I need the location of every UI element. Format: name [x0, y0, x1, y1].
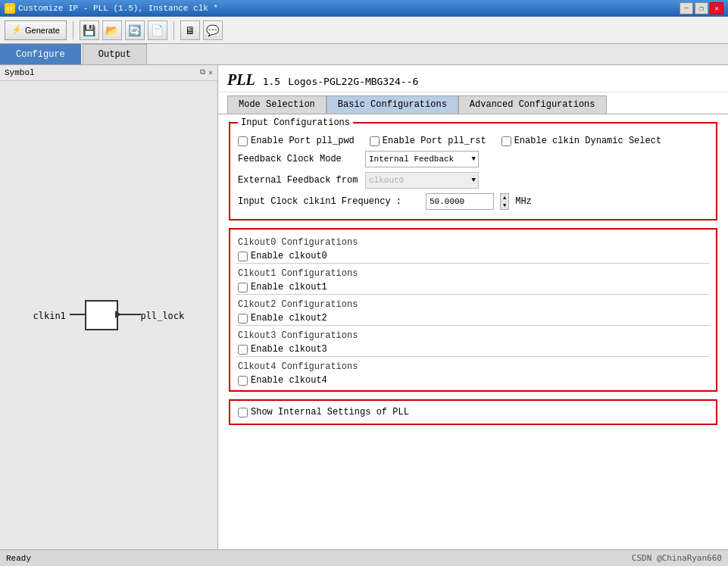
document-button[interactable]: 📄 [148, 20, 167, 40]
toolbar-separator [73, 21, 73, 39]
enable-clkin-dynamic-item: Enable clkin Dynamic Select [501, 136, 661, 146]
right-panel: PLL 1.5 Logos-PGL22G-MBG324--6 Mode Sele… [218, 65, 728, 549]
input-clock-freq-input[interactable] [426, 193, 494, 210]
window-controls: — ❐ ✕ [680, 2, 723, 14]
enable-clkin-dynamic-label: Enable clkin Dynamic Select [514, 136, 661, 146]
enable-clkout4-checkbox[interactable] [238, 376, 248, 386]
title-bar: IP Customize IP - PLL (1.5), Instance cl… [0, 0, 728, 17]
panel-icon-group: ⧉ ✕ [200, 68, 213, 77]
wire-out [118, 314, 141, 315]
enable-clkout2-checkbox[interactable] [238, 314, 248, 324]
external-feedback-row: External Feedback from clkout0 clkout1 c… [238, 172, 708, 189]
wire-in [70, 314, 86, 315]
show-internal-checkbox[interactable] [238, 408, 248, 417]
symbol-label: Symbol [5, 68, 35, 77]
enable-ports-row: Enable Port pll_pwd Enable Port pll_rst … [238, 136, 708, 146]
app-icon: IP [5, 3, 15, 14]
enable-clkout4-label: Enable clkout4 [251, 375, 327, 386]
enable-pll-pwd-checkbox[interactable] [238, 136, 248, 146]
pll-header: PLL 1.5 Logos-PGL22G-MBG324--6 [218, 65, 728, 92]
enable-clkout2-item: Enable clkout2 [238, 313, 708, 324]
input-clock-freq-unit: MHz [515, 196, 532, 207]
enable-clkin-dynamic-checkbox[interactable] [501, 136, 511, 146]
comment-button[interactable]: 💬 [203, 20, 223, 40]
enable-pll-pwd-item: Enable Port pll_pwd [238, 136, 355, 146]
content-area: Symbol ⧉ ✕ clkin1 pll_lock [0, 65, 728, 549]
toolbar-separator-2 [173, 21, 174, 39]
enable-clkout3-label: Enable clkout3 [251, 344, 327, 355]
enable-clkout0-label: Enable clkout0 [251, 251, 327, 261]
close-button[interactable]: ✕ [710, 2, 723, 14]
enable-clkout3-item: Enable clkout3 [238, 344, 708, 355]
clkout1-section: Clkout1 Configurations Enable clkout1 [236, 263, 710, 294]
enable-clkout1-checkbox[interactable] [238, 283, 248, 292]
feedback-clock-mode-wrapper: Internal Feedback External Feedback Loca… [365, 151, 479, 167]
tab-output[interactable]: Output [83, 44, 147, 64]
toolbar: ⚡ Generate 💾 📂 🔄 📄 🖥 💬 [0, 17, 728, 44]
left-panel: Symbol ⧉ ✕ clkin1 pll_lock [0, 65, 218, 549]
tab-mode-selection[interactable]: Mode Selection [227, 95, 327, 114]
minimize-button[interactable]: — [680, 2, 693, 14]
enable-pll-pwd-label: Enable Port pll_pwd [251, 136, 355, 146]
clkout4-section: Clkout4 Configurations Enable clkout4 [236, 356, 710, 387]
generate-button[interactable]: ⚡ Generate [5, 20, 67, 40]
restore-button[interactable]: ❐ [695, 2, 708, 14]
refresh-button[interactable]: 🔄 [125, 20, 145, 40]
enable-clkout3-checkbox[interactable] [238, 345, 248, 355]
clkout-sections-container: Clkout0 Configurations Enable clkout0 Cl… [229, 228, 717, 392]
pll-title: PLL [227, 71, 255, 89]
feedback-clock-mode-select[interactable]: Internal Feedback External Feedback Loca… [365, 151, 479, 167]
main-tab-bar: Configure Output [0, 44, 728, 65]
status-text: Ready [6, 554, 31, 563]
panel-close-icon[interactable]: ✕ [208, 68, 213, 77]
external-feedback-from-select[interactable]: clkout0 clkout1 clkout2 [365, 172, 479, 189]
enable-clkout2-label: Enable clkout2 [251, 313, 327, 324]
panel-restore-icon[interactable]: ⧉ [200, 68, 205, 77]
freq-spinner: ▲ ▼ [500, 193, 509, 210]
enable-clkout0-checkbox[interactable] [238, 252, 248, 261]
pll-device: Logos-PGL22G-MBG324--6 [288, 76, 418, 87]
freq-spinner-up[interactable]: ▲ [501, 194, 508, 202]
input-clock-freq-row: Input Clock clkin1 Frequency : ▲ ▼ MHz [238, 193, 708, 210]
save-button[interactable]: 💾 [80, 20, 99, 40]
clkout4-title: Clkout4 Configurations [238, 361, 708, 372]
clkout3-title: Clkout3 Configurations [238, 330, 708, 341]
clkout2-title: Clkout2 Configurations [238, 299, 708, 310]
status-bar: Ready CSDN @ChinaRyan660 [0, 549, 728, 566]
open-button[interactable]: 📂 [102, 20, 122, 40]
clkout2-section: Clkout2 Configurations Enable clkout2 [236, 294, 710, 325]
generate-icon: ⚡ [11, 25, 22, 35]
enable-clkout1-item: Enable clkout1 [238, 282, 708, 292]
sub-tab-bar: Mode Selection Basic Configurations Adva… [218, 92, 728, 114]
external-feedback-from-wrapper: clkout0 clkout1 clkout2 ▼ [365, 172, 479, 189]
symbol-area: clkin1 pll_lock [0, 81, 217, 549]
symbol-diagram: clkin1 pll_lock [33, 285, 185, 346]
enable-clkout0-item: Enable clkout0 [238, 251, 708, 261]
watermark: CSDN @ChinaRyan660 [632, 553, 722, 563]
input-configurations-section: Input Configurations Enable Port pll_pwd… [229, 122, 717, 220]
config-area: Input Configurations Enable Port pll_pwd… [218, 114, 728, 549]
input-configurations-title: Input Configurations [238, 117, 353, 128]
enable-clkout1-label: Enable clkout1 [251, 282, 327, 292]
freq-spinner-down[interactable]: ▼ [501, 202, 508, 209]
clkout0-title: Clkout0 Configurations [238, 237, 708, 248]
enable-pll-rst-checkbox[interactable] [370, 136, 380, 146]
tab-configure[interactable]: Configure [0, 44, 81, 64]
left-panel-header: Symbol ⧉ ✕ [0, 65, 217, 81]
clkout0-section: Clkout0 Configurations Enable clkout0 [236, 233, 710, 263]
clkout3-section: Clkout3 Configurations Enable clkout3 [236, 325, 710, 356]
clkout1-title: Clkout1 Configurations [238, 268, 708, 279]
pll-symbol-box [85, 300, 118, 330]
external-feedback-label: External Feedback from [238, 175, 359, 186]
pll-version: 1.5 [263, 76, 280, 87]
window-title: Customize IP - PLL (1.5), Instance clk * [18, 4, 680, 13]
tab-basic-configurations[interactable]: Basic Configurations [327, 95, 458, 114]
enable-pll-rst-item: Enable Port pll_rst [370, 136, 486, 146]
show-internal-item: Show Internal Settings of PLL [238, 407, 708, 417]
tab-advanced-configurations[interactable]: Advanced Configurations [458, 95, 607, 114]
display-button[interactable]: 🖥 [180, 20, 200, 40]
show-internal-section: Show Internal Settings of PLL [229, 399, 717, 425]
show-internal-label: Show Internal Settings of PLL [251, 407, 409, 417]
pll-lock-label: pll_lock [141, 311, 185, 321]
enable-clkout4-item: Enable clkout4 [238, 375, 708, 386]
